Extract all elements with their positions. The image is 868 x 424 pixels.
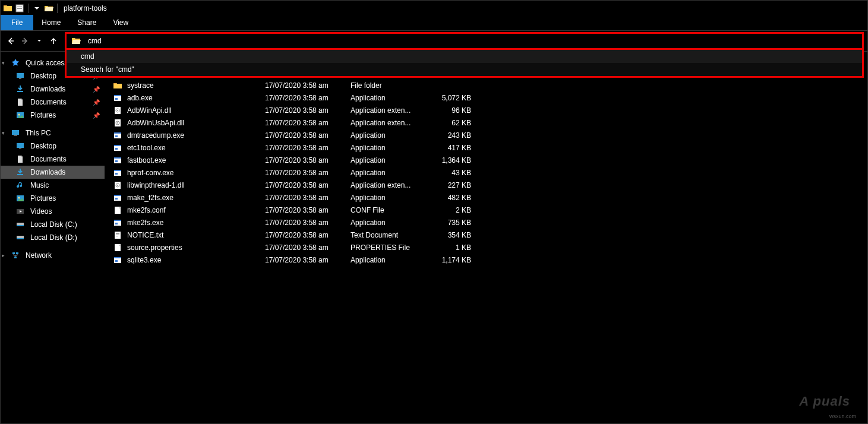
svg-rect-43 <box>115 173 118 175</box>
tab-home[interactable]: Home <box>33 15 69 30</box>
sidebar-item-videos[interactable]: Videos <box>1 205 105 218</box>
video-icon <box>15 207 26 216</box>
file-row[interactable]: source.properties17/07/2020 3:58 amPROPE… <box>105 241 867 254</box>
chevron-down-icon[interactable]: ▾ <box>2 60 5 66</box>
file-row[interactable]: dmtracedump.exe17/07/2020 3:58 amApplica… <box>105 129 867 141</box>
file-row[interactable]: NOTICE.txt17/07/2020 3:58 amText Documen… <box>105 229 867 241</box>
file-size: 5,072 KB <box>427 94 471 102</box>
address-bar[interactable] <box>65 32 864 50</box>
sidebar-item-pictures[interactable]: Pictures 📌 <box>1 109 105 122</box>
pin-icon: 📌 <box>93 99 100 106</box>
dll-icon <box>112 106 124 115</box>
tab-view[interactable]: View <box>105 15 137 30</box>
properties-icon[interactable] <box>15 4 24 13</box>
pin-icon: 📌 <box>93 112 100 119</box>
exe-icon <box>112 168 124 178</box>
svg-rect-61 <box>115 260 118 262</box>
svg-rect-53 <box>115 223 118 224</box>
chevron-right-icon[interactable]: ▸ <box>2 252 5 258</box>
svg-rect-52 <box>114 220 121 221</box>
file-type: Application <box>351 94 427 102</box>
txt-icon <box>112 230 124 240</box>
svg-rect-2 <box>17 8 22 9</box>
svg-point-28 <box>117 110 118 111</box>
suggestion-search[interactable]: Search for "cmd" <box>67 63 862 76</box>
file-type: File folder <box>351 81 427 90</box>
folder-icon <box>112 81 124 90</box>
drive-icon <box>15 220 26 229</box>
file-size: 2 KB <box>427 206 471 214</box>
sidebar-item-pictures[interactable]: Pictures <box>1 192 105 205</box>
tab-file[interactable]: File <box>1 15 33 30</box>
file-date: 17/07/2020 3:58 am <box>265 231 351 239</box>
tab-share[interactable]: Share <box>69 15 105 30</box>
sidebar-label: Local Disk (C:) <box>30 220 77 229</box>
exe-icon <box>112 218 124 227</box>
file-type: Application <box>351 169 427 177</box>
qat-dropdown-icon[interactable] <box>32 4 42 13</box>
sidebar-this-pc[interactable]: ▾ This PC <box>1 126 105 140</box>
file-type: Application <box>351 131 427 140</box>
file-size: 417 KB <box>427 144 471 152</box>
file-size: 354 KB <box>427 231 471 239</box>
folder-open-icon[interactable] <box>44 4 53 13</box>
history-dropdown-icon[interactable] <box>33 34 46 48</box>
file-size: 43 KB <box>427 169 471 177</box>
document-icon <box>15 97 26 107</box>
sidebar-network[interactable]: ▸ Network <box>1 249 105 262</box>
file-row[interactable]: systrace17/07/2020 3:58 amFile folder <box>105 79 867 91</box>
sidebar-item-documents[interactable]: Documents <box>1 153 105 166</box>
file-type: Application <box>351 194 427 202</box>
file-size: 62 KB <box>427 119 471 127</box>
sidebar-item-downloads[interactable]: Downloads 📌 <box>1 83 105 96</box>
svg-rect-17 <box>17 225 24 226</box>
file-size: 482 KB <box>427 194 471 202</box>
file-date: 17/07/2020 3:58 am <box>265 256 351 264</box>
file-row[interactable]: hprof-conv.exe17/07/2020 3:58 amApplicat… <box>105 166 867 179</box>
file-icon <box>112 205 124 215</box>
sidebar-item-downloads[interactable]: Downloads <box>1 166 105 179</box>
file-list[interactable]: api17/07/2020 3:58 amFile folderlib6417/… <box>105 52 867 423</box>
chevron-down-icon[interactable]: ▾ <box>2 130 5 136</box>
sidebar-item-documents[interactable]: Documents 📌 <box>1 96 105 109</box>
file-row[interactable]: fastboot.exe17/07/2020 3:58 amApplicatio… <box>105 154 867 166</box>
file-row[interactable]: libwinpthread-1.dll17/07/2020 3:58 amApp… <box>105 179 867 191</box>
sidebar-label: Downloads <box>30 168 65 176</box>
file-date: 17/07/2020 3:58 am <box>265 131 351 140</box>
svg-rect-49 <box>115 198 118 200</box>
sidebar-label: Pictures <box>30 194 56 202</box>
pin-icon: 📌 <box>93 86 100 93</box>
forward-button[interactable] <box>18 34 31 48</box>
svg-rect-21 <box>16 252 18 254</box>
file-row[interactable]: AdbWinUsbApi.dll17/07/2020 3:58 amApplic… <box>105 116 867 129</box>
sidebar-item-disk-d[interactable]: Local Disk (D:) <box>1 231 105 244</box>
file-size: 735 KB <box>427 219 471 227</box>
file-row[interactable]: sqlite3.exe17/07/2020 3:58 amApplication… <box>105 254 867 266</box>
file-row[interactable]: etc1tool.exe17/07/2020 3:58 amApplicatio… <box>105 141 867 154</box>
suggestion-cmd[interactable]: cmd <box>67 50 862 63</box>
file-row[interactable]: mke2fs.exe17/07/2020 3:58 amApplication7… <box>105 216 867 229</box>
sidebar-label: This PC <box>26 129 51 137</box>
svg-rect-57 <box>116 236 118 236</box>
file-date: 17/07/2020 3:58 am <box>265 119 351 127</box>
file-type: PROPERTIES File <box>351 243 427 252</box>
picture-icon <box>15 110 26 120</box>
file-name: NOTICE.txt <box>127 231 265 239</box>
address-input[interactable] <box>86 36 862 46</box>
file-row[interactable]: make_f2fs.exe17/07/2020 3:58 amApplicati… <box>105 191 867 204</box>
sidebar-item-desktop[interactable]: Desktop <box>1 140 105 153</box>
svg-rect-3 <box>17 73 24 78</box>
file-row[interactable]: mke2fs.conf17/07/2020 3:58 amCONF File2 … <box>105 204 867 216</box>
svg-rect-19 <box>17 238 24 239</box>
file-name: AdbWinUsbApi.dll <box>127 119 265 127</box>
up-button[interactable] <box>47 34 60 48</box>
svg-rect-5 <box>17 91 23 92</box>
sidebar-item-disk-c[interactable]: Local Disk (C:) <box>1 218 105 231</box>
file-row[interactable]: AdbWinApi.dll17/07/2020 3:58 amApplicati… <box>105 104 867 116</box>
file-row[interactable]: adb.exe17/07/2020 3:58 amApplication5,07… <box>105 91 867 104</box>
sidebar-item-music[interactable]: Music <box>1 179 105 192</box>
back-button[interactable] <box>4 34 17 48</box>
picture-icon <box>15 194 26 203</box>
file-date: 17/07/2020 3:58 am <box>265 219 351 227</box>
svg-rect-34 <box>115 135 118 137</box>
